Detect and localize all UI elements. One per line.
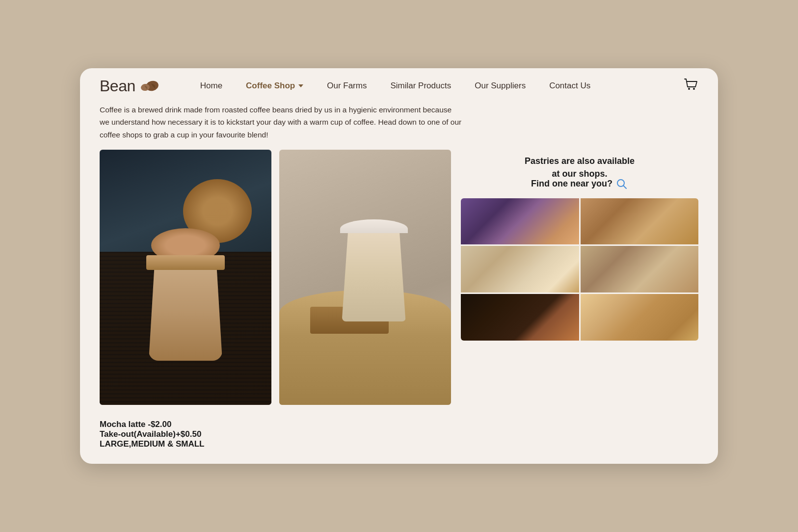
description-area: Coffee is a brewed drink made from roast… <box>80 95 482 141</box>
product-name: Mocha latte -$2.00 <box>100 420 443 429</box>
coffee-cup-image <box>100 150 271 405</box>
nav-item-contact-us[interactable]: Contact Us <box>537 77 602 95</box>
pastry-image-6 <box>581 294 699 341</box>
cart-button[interactable] <box>684 78 698 94</box>
cup-rim <box>146 255 225 270</box>
description-text: Coffee is a brewed drink made from roast… <box>100 104 463 141</box>
svg-point-2 <box>688 88 690 90</box>
find-near-you-row: Find one near you? <box>461 178 698 190</box>
chevron-down-icon <box>298 84 303 87</box>
product-info-area: Mocha latte -$2.00 Take-out(Available)+$… <box>80 420 463 464</box>
logo-area[interactable]: Bean <box>100 78 159 94</box>
nav-item-coffee-shop[interactable]: Coffee Shop <box>234 77 315 95</box>
takeout-cup-body <box>342 228 406 321</box>
left-image-col <box>100 150 271 405</box>
brand-name: Bean <box>100 78 135 94</box>
pastry-image-3 <box>461 246 579 293</box>
nav-item-similar-products[interactable]: Similar Products <box>378 77 463 95</box>
svg-point-3 <box>693 88 695 90</box>
main-content: Pastries are also available at our shops… <box>80 141 718 420</box>
pastry-image-4 <box>581 246 699 293</box>
product-sizes: LARGE,MEDIUM & SMALL <box>100 439 443 449</box>
search-icon[interactable] <box>615 178 628 190</box>
svg-line-5 <box>623 186 626 188</box>
pastry-image-5 <box>461 294 579 341</box>
pastry-image-2 <box>581 198 699 245</box>
nav-item-home[interactable]: Home <box>188 77 234 95</box>
cart-icon <box>684 78 698 92</box>
pastry-image-1 <box>461 198 579 245</box>
product-option: Take-out(Available)+$0.50 <box>100 429 443 439</box>
nav-item-our-farms[interactable]: Our Farms <box>315 77 378 95</box>
pastry-grid <box>461 198 698 341</box>
takeout-cup-lid <box>340 219 408 233</box>
right-panel: Pastries are also available at our shops… <box>461 150 698 340</box>
cup-body <box>149 263 222 361</box>
header: Bean Home Coffee Shop Our Farms Similar … <box>80 68 718 95</box>
bean-logo-icon <box>137 78 159 94</box>
pastries-headline: Pastries are also available at our shops… <box>461 150 698 190</box>
page-container: Bean Home Coffee Shop Our Farms Similar … <box>80 68 718 464</box>
nav: Home Coffee Shop Our Farms Similar Produ… <box>188 77 684 95</box>
nav-item-our-suppliers[interactable]: Our Suppliers <box>463 77 537 95</box>
center-image-col <box>279 150 451 405</box>
takeout-cup-image <box>279 150 451 405</box>
find-near-you-label: Find one near you? <box>531 179 612 189</box>
